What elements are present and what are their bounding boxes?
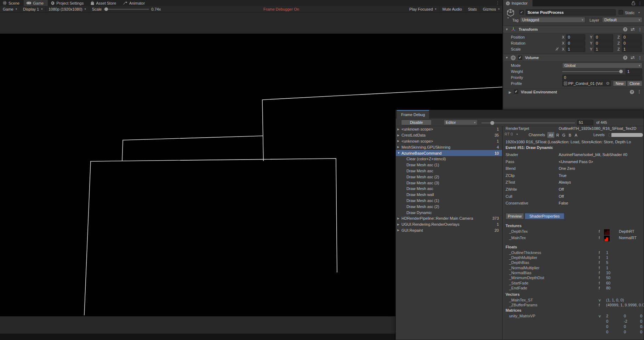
display-dropdown[interactable]: Display 1 ▾ — [20, 6, 46, 12]
rotation-y-field[interactable]: 0 — [594, 40, 613, 46]
tab-project-settings[interactable]: Project Settings — [48, 0, 88, 6]
lock-icon[interactable] — [632, 1, 635, 5]
foldout-icon[interactable]: ▼ — [505, 28, 508, 31]
event-tree-row[interactable]: ▶ MeshSkinning.GPUSkinning 4 — [396, 144, 502, 150]
scale-y-field[interactable]: 1 — [594, 46, 613, 52]
static-checkbox[interactable] — [619, 10, 623, 15]
mute-audio-button[interactable]: Mute Audio — [440, 6, 465, 12]
channel-button[interactable]: R — [555, 132, 561, 138]
foldout-icon[interactable]: ▶ — [397, 217, 401, 220]
event-tree-row[interactable]: Draw Mesh asc (3) — [396, 180, 502, 186]
profile-clone-button[interactable]: Clone — [627, 81, 642, 86]
foldout-icon[interactable]: ▶ — [397, 128, 401, 131]
foldout-icon[interactable]: ▶ — [509, 91, 511, 94]
position-y-field[interactable]: 0 — [594, 34, 613, 40]
component-menu-icon[interactable]: ⋮ — [638, 27, 642, 32]
scale-slider[interactable] — [104, 9, 149, 10]
gameobject-options-icon[interactable]: ▾ — [507, 16, 509, 19]
event-tree-row[interactable]: ▶ CrestLodData 35 — [396, 132, 502, 138]
link-broken-icon[interactable] — [555, 47, 559, 51]
event-tree-row[interactable]: ▶ UGUI.Rendering.RenderOverlays 1 — [396, 221, 502, 227]
position-x-field[interactable]: 0 — [566, 34, 585, 40]
channel-button[interactable]: G — [561, 132, 567, 138]
event-tree-row[interactable]: Clear (color+Z+stencil) — [396, 156, 502, 162]
foldout-icon[interactable]: ▼ — [505, 56, 508, 59]
rotation-x-field[interactable]: 0 — [566, 40, 585, 46]
foldout-icon[interactable]: ▼ — [397, 151, 401, 155]
presets-icon[interactable] — [631, 56, 635, 59]
gameobject-name-field[interactable]: Scene PostProcess — [526, 9, 616, 16]
help-icon[interactable]: ? — [623, 56, 627, 60]
scale-z-field[interactable]: 1 — [622, 46, 642, 52]
layer-dropdown[interactable]: Default▾ — [602, 17, 642, 23]
help-icon[interactable]: ? — [623, 27, 627, 31]
levels-slider[interactable] — [608, 133, 643, 137]
tab-asset-store[interactable]: Asset Store — [88, 0, 120, 6]
channel-button[interactable]: A — [573, 132, 579, 138]
event-tree-row[interactable]: ▶ <unknown scope> 1 — [396, 126, 502, 132]
texture-thumbnail[interactable] — [604, 229, 610, 235]
event-tree-row[interactable]: Draw Mesh wall — [396, 192, 502, 198]
foldout-icon[interactable]: ▶ — [397, 223, 401, 226]
tab-game[interactable]: Game — [24, 0, 48, 6]
texture-thumbnail[interactable] — [604, 236, 610, 241]
preview-button[interactable]: Preview — [506, 213, 524, 219]
rotation-z-field[interactable]: 0 — [622, 40, 642, 46]
presets-icon[interactable] — [631, 28, 635, 31]
event-tree-row[interactable]: Draw Mesh asc (1) — [396, 162, 502, 168]
tab-inspector[interactable]: i Inspector — [503, 0, 532, 6]
event-tree-row[interactable]: ▶ GUI.Repaint 20 — [396, 227, 502, 234]
mode-dropdown[interactable]: Global▾ — [562, 63, 642, 68]
transform-header[interactable]: ▼ Transform ? ⋮ — [503, 25, 644, 33]
rt-dropdown[interactable]: RT 0▾ — [503, 132, 524, 136]
event-tree-row[interactable]: Draw Mesh asc — [396, 186, 502, 192]
volume-enabled-checkbox[interactable]: ✓ — [518, 56, 522, 60]
priority-field[interactable]: 0 — [562, 75, 642, 80]
weight-slider-handle[interactable] — [619, 70, 623, 73]
tab-animator[interactable]: Animator — [120, 0, 149, 6]
foldout-icon[interactable]: ▶ — [397, 145, 401, 149]
tab-scene[interactable]: Scene — [0, 0, 24, 6]
game-window-menu-icon[interactable]: ⋮ — [493, 0, 502, 6]
object-picker-icon[interactable]: ⊙ — [606, 81, 609, 86]
frame-slider-handle[interactable] — [490, 121, 494, 125]
event-tree-row[interactable]: ▶ <unknown scope> 1 — [396, 138, 502, 144]
foldout-icon[interactable]: ▶ — [397, 139, 401, 143]
channel-button[interactable]: All — [547, 132, 555, 138]
override-menu-icon[interactable]: ⋮ — [637, 90, 641, 94]
event-tree-row[interactable]: ▼ AzurineBaseCommand 10 — [396, 150, 502, 156]
channel-button[interactable]: B — [567, 132, 573, 138]
position-z-field[interactable]: 0 — [622, 34, 642, 40]
display-target-dropdown[interactable]: Game ▾ — [0, 6, 20, 12]
profile-object-field[interactable]: PP_Control_01 (Vol — [562, 81, 611, 86]
resolution-dropdown[interactable]: 1080p (1920x1080) ▾ — [46, 6, 89, 12]
foldout-icon[interactable]: ▶ — [397, 229, 401, 232]
component-menu-icon[interactable]: ⋮ — [638, 56, 642, 60]
target-dropdown[interactable]: Editor▾ — [444, 120, 478, 125]
levels-slider-handle[interactable] — [608, 133, 611, 137]
profile-new-button[interactable]: New — [613, 81, 626, 86]
disable-button[interactable]: Disable — [401, 120, 432, 125]
frame-slider[interactable] — [481, 123, 575, 123]
play-focused-dropdown[interactable]: Play Focused ▾ — [406, 6, 440, 12]
weight-slider[interactable] — [562, 71, 622, 72]
weight-field[interactable]: 1 — [626, 69, 642, 74]
event-tree-row[interactable]: Draw Mesh asc (1) — [396, 198, 502, 204]
shader-properties-button[interactable]: ShaderProperties — [525, 213, 564, 219]
visual-environment-checkbox[interactable]: ✓ — [514, 90, 518, 94]
inspector-menu-icon[interactable]: ⋮ — [638, 1, 642, 6]
help-icon[interactable]: ? — [630, 90, 634, 94]
volume-header[interactable]: ▼ ✓ Volume ? ⋮ — [503, 54, 644, 62]
tag-dropdown[interactable]: Untagged▾ — [520, 17, 585, 23]
event-tree-row[interactable]: Draw Dynamic — [396, 209, 502, 215]
event-tree-row[interactable]: Draw Mesh asc (2) — [396, 203, 502, 209]
event-tree-row[interactable]: ▶ HDRenderPipeline::Render Main Camera 3… — [396, 215, 502, 221]
static-options-icon[interactable]: ▾ — [638, 11, 640, 14]
visual-environment-row[interactable]: ▶ ✓ Visual Environment ? ⋮ — [503, 88, 644, 95]
active-checkbox[interactable]: ✓ — [519, 10, 524, 15]
tab-frame-debug[interactable]: Frame Debug — [397, 110, 429, 119]
event-tree-row[interactable]: Draw Mesh asc — [396, 168, 502, 174]
foldout-icon[interactable]: ▶ — [397, 134, 401, 137]
scale-slider-handle[interactable] — [104, 7, 108, 11]
event-tree-row[interactable]: Draw Mesh asc (2) — [396, 174, 502, 180]
